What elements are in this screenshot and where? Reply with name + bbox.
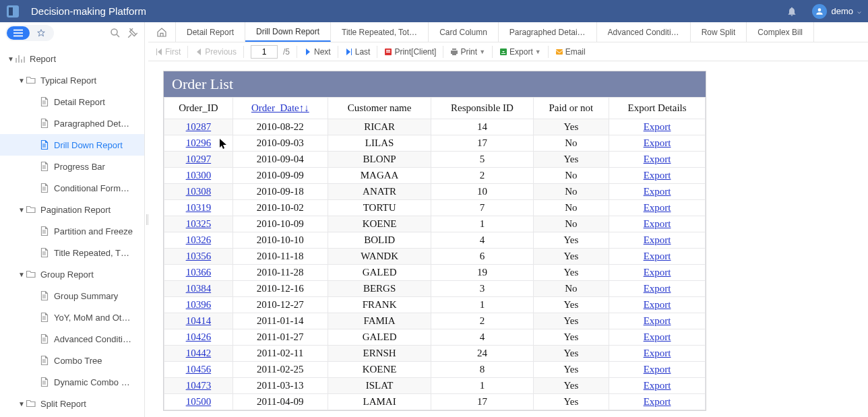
- paid-cell: Yes: [533, 378, 609, 394]
- export-detail-link[interactable]: Export: [644, 396, 671, 407]
- home-tab[interactable]: [148, 22, 176, 42]
- order-id-link[interactable]: 10297: [186, 154, 212, 164]
- export-detail-link[interactable]: Export: [644, 218, 671, 229]
- report-tab[interactable]: Paragraphed Detai…: [499, 22, 597, 42]
- column-header[interactable]: Order_Date↑↓: [232, 98, 328, 119]
- view-mode-toggle[interactable]: [5, 25, 54, 41]
- search-icon[interactable]: [109, 27, 121, 39]
- tree-report-item[interactable]: YoY, MoM and Ot…: [0, 307, 144, 328]
- report-viewport[interactable]: Order List Order_IDOrder_Date↑↓Customer …: [148, 61, 868, 417]
- responsible-cell: 24: [431, 346, 533, 362]
- order-id-link[interactable]: 10396: [186, 299, 212, 310]
- report-tab[interactable]: Advanced Conditi…: [597, 22, 691, 42]
- email-button[interactable]: Email: [553, 44, 588, 59]
- column-header: Export Details: [609, 98, 706, 119]
- table-row: 104732011-03-13ISLAT1YesExport: [164, 378, 706, 394]
- export-detail-link[interactable]: Export: [644, 154, 671, 164]
- tree-report-item[interactable]: Conditional Form…: [0, 177, 144, 199]
- chevron-down-icon: ⌵: [857, 7, 861, 15]
- export-detail-link[interactable]: Export: [644, 299, 671, 310]
- paid-cell: Yes: [533, 265, 609, 281]
- export-detail-link[interactable]: Export: [644, 283, 671, 294]
- tree-report-item[interactable]: Group Summary: [0, 285, 144, 307]
- report-tab[interactable]: Complex Bill: [747, 22, 814, 42]
- print-client-button[interactable]: Print[Client]: [381, 44, 439, 59]
- order-id-link[interactable]: 10366: [186, 267, 212, 278]
- report-tab[interactable]: Detail Report: [176, 22, 245, 42]
- export-button[interactable]: Export▼: [497, 44, 544, 59]
- export-detail-link[interactable]: Export: [644, 251, 671, 261]
- pin-icon[interactable]: [127, 27, 139, 39]
- export-detail-link[interactable]: Export: [644, 202, 671, 213]
- export-detail-link[interactable]: Export: [644, 170, 671, 181]
- tree-report-item[interactable]: Advanced Conditi…: [0, 328, 144, 350]
- export-detail-link[interactable]: Export: [644, 315, 671, 326]
- export-detail-link[interactable]: Export: [644, 348, 671, 358]
- tree-report-item[interactable]: Detail Report: [0, 91, 144, 113]
- report-tab[interactable]: Title Repeated, Tot…: [331, 22, 429, 42]
- first-page-button[interactable]: First: [152, 44, 183, 59]
- order-date-cell: 2010-09-04: [232, 152, 328, 168]
- notifications-icon[interactable]: [786, 6, 797, 17]
- tree-folder-item[interactable]: ▼Report: [0, 48, 144, 69]
- order-id-link[interactable]: 10356: [186, 251, 212, 261]
- export-detail-link[interactable]: Export: [644, 137, 671, 148]
- order-id-link[interactable]: 10473: [186, 380, 212, 391]
- print-button[interactable]: Print▼: [447, 44, 488, 59]
- tree-report-item[interactable]: Combo Tree: [0, 350, 144, 371]
- tree-report-item[interactable]: Progress Bar: [0, 156, 144, 177]
- order-id-link[interactable]: 10287: [186, 121, 212, 132]
- export-detail-link[interactable]: Export: [644, 364, 671, 375]
- export-detail-link[interactable]: Export: [644, 267, 671, 278]
- order-id-link[interactable]: 10296: [186, 137, 212, 148]
- expand-toggle-icon: ▼: [18, 271, 26, 278]
- tree-report-item[interactable]: Title Repeated, T…: [0, 242, 144, 263]
- tree-item-label: Advanced Conditi…: [54, 334, 131, 344]
- report-tab[interactable]: Drill Down Report: [245, 22, 331, 42]
- order-date-cell: 2010-09-18: [232, 184, 328, 200]
- export-detail-link[interactable]: Export: [644, 331, 671, 342]
- previous-page-button[interactable]: Previous: [192, 44, 239, 59]
- tree-report-item[interactable]: Paragraphed Det…: [0, 113, 144, 134]
- customer-cell: RICAR: [328, 119, 431, 135]
- order-id-link[interactable]: 10456: [186, 364, 212, 375]
- tree-folder-item[interactable]: ▼Typical Report: [0, 69, 144, 91]
- tree-report-item[interactable]: Partition and Freeze: [0, 220, 144, 242]
- responsible-cell: 2: [431, 313, 533, 329]
- order-id-link[interactable]: 10325: [186, 218, 212, 229]
- export-detail-link[interactable]: Export: [644, 186, 671, 197]
- order-id-link[interactable]: 10414: [186, 315, 212, 326]
- sort-column-link[interactable]: Order_Date↑↓: [251, 102, 309, 113]
- order-id-link[interactable]: 10500: [186, 396, 212, 407]
- customer-cell: KOENE: [328, 362, 431, 378]
- report-tab[interactable]: Card Column: [429, 22, 499, 42]
- customer-cell: FRANK: [328, 297, 431, 313]
- order-id-link[interactable]: 10426: [186, 331, 212, 342]
- responsible-cell: 4: [431, 232, 533, 249]
- order-id-link[interactable]: 10308: [186, 186, 212, 197]
- export-detail-link[interactable]: Export: [644, 380, 671, 391]
- last-page-button[interactable]: Last: [342, 44, 373, 59]
- table-row: 105002011-04-09LAMAI17YesExport: [164, 394, 706, 410]
- tree-report-item[interactable]: Drill Down Report: [0, 134, 144, 156]
- order-id-link[interactable]: 10384: [186, 283, 212, 294]
- tree-folder-item[interactable]: ▼Split Report: [0, 393, 144, 414]
- tree-item-label: Paragraphed Det…: [54, 119, 129, 129]
- order-id-link[interactable]: 10326: [186, 234, 212, 245]
- tree-folder-item[interactable]: ▼Pagination Report: [0, 199, 144, 220]
- order-id-link[interactable]: 10442: [186, 348, 212, 358]
- report-tab[interactable]: Row Split: [691, 22, 747, 42]
- order-id-link[interactable]: 10300: [186, 170, 212, 181]
- main-panel: Detail ReportDrill Down ReportTitle Repe…: [148, 22, 868, 417]
- export-detail-link[interactable]: Export: [644, 121, 671, 132]
- tree-report-item[interactable]: Dynamic Combo …: [0, 371, 144, 393]
- next-page-button[interactable]: Next: [301, 44, 334, 59]
- sidebar-resize-handle[interactable]: [145, 22, 148, 417]
- user-menu[interactable]: demo ⌵: [812, 4, 861, 19]
- order-id-link[interactable]: 10319: [186, 202, 212, 213]
- table-row: 104262011-01-27GALED4YesExport: [164, 329, 706, 346]
- page-number-input[interactable]: [251, 45, 278, 59]
- export-detail-link[interactable]: Export: [644, 234, 671, 245]
- paid-cell: No: [533, 216, 609, 232]
- tree-folder-item[interactable]: ▼Group Report: [0, 263, 144, 285]
